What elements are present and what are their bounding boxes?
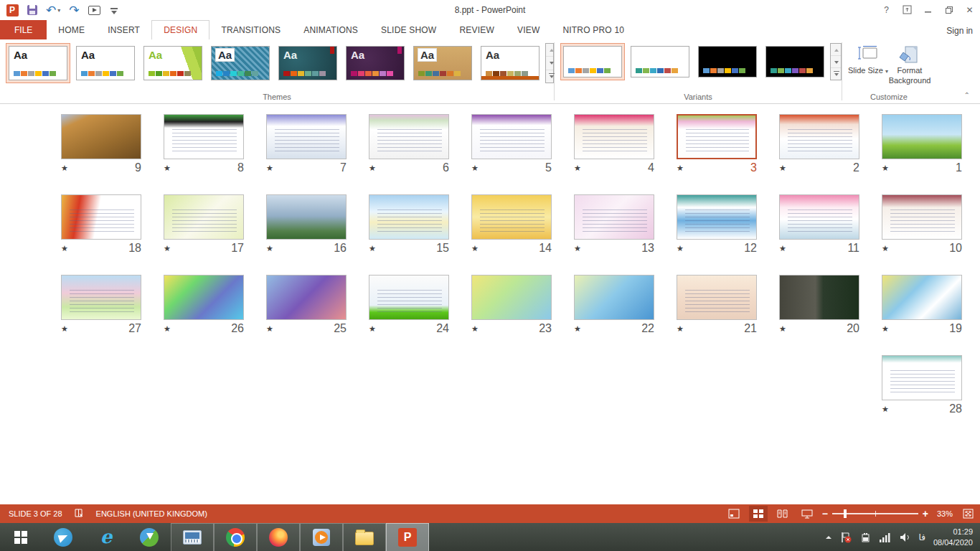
theme-thumbnail[interactable]: Aa xyxy=(343,43,407,83)
slide-thumbnail[interactable] xyxy=(164,114,244,159)
tab-home[interactable]: HOME xyxy=(47,20,96,39)
slide-thumbnail[interactable] xyxy=(574,194,654,240)
zoom-in-button[interactable]: + xyxy=(923,509,928,519)
slide-thumbnail[interactable] xyxy=(574,275,654,320)
slide-thumbnail[interactable] xyxy=(369,194,449,240)
taskbar-chrome[interactable] xyxy=(214,523,257,551)
variant-thumbnail[interactable] xyxy=(763,43,827,80)
taskbar-idm[interactable] xyxy=(128,523,171,551)
taskbar-firefox[interactable] xyxy=(257,523,300,551)
theme-thumbnail[interactable]: Aa xyxy=(208,43,273,83)
slide-thumbnail[interactable] xyxy=(882,275,962,320)
tab-design[interactable]: DESIGN xyxy=(151,20,209,39)
taskbar-ie[interactable] xyxy=(85,523,128,551)
taskbar-media[interactable] xyxy=(300,523,343,551)
spell-check-button[interactable] xyxy=(74,508,85,519)
slide-number: 2 xyxy=(853,161,859,174)
tab-view[interactable]: VIEW xyxy=(506,20,551,39)
variant-thumbnail[interactable] xyxy=(695,43,760,80)
slide-thumbnail[interactable] xyxy=(779,275,859,320)
gallery-scroll-down-button[interactable] xyxy=(546,57,553,70)
tab-insert[interactable]: INSERT xyxy=(96,20,151,39)
tab-transitions[interactable]: TRANSITIONS xyxy=(209,20,292,39)
slide-thumbnail[interactable] xyxy=(266,114,347,159)
gallery-scroll-up-button[interactable] xyxy=(546,44,553,57)
slide-thumbnail[interactable] xyxy=(779,114,859,159)
taskbar-clock[interactable]: 01:29 08/04/2020 xyxy=(933,527,976,548)
reading-view-button[interactable] xyxy=(773,506,792,522)
tab-slide-show[interactable]: SLIDE SHOW xyxy=(369,20,448,39)
slide-thumbnail[interactable] xyxy=(61,275,141,320)
slide-cell: ★18 xyxy=(57,194,159,275)
taskbar-start[interactable] xyxy=(0,523,42,551)
slide-thumbnail[interactable] xyxy=(882,355,962,400)
taskbar-kbd[interactable] xyxy=(171,523,214,551)
slide-thumbnail[interactable] xyxy=(677,114,757,159)
minimize-button[interactable] xyxy=(918,0,938,19)
slide-thumbnail[interactable] xyxy=(574,114,654,159)
zoom-slider-thumb[interactable] xyxy=(844,509,847,518)
language-status[interactable]: ENGLISH (UNITED KINGDOM) xyxy=(96,509,207,518)
variant-thumbnail[interactable] xyxy=(628,43,692,80)
gallery-more-button[interactable] xyxy=(546,70,553,83)
slide-thumbnail[interactable] xyxy=(471,114,552,159)
theme-color-swatches xyxy=(149,71,191,76)
transition-star-icon: ★ xyxy=(882,244,889,253)
tab-animations[interactable]: ANIMATIONS xyxy=(292,20,369,39)
theme-thumbnail[interactable]: Aa xyxy=(73,43,138,83)
slide-thumbnail[interactable] xyxy=(677,194,757,240)
slide-thumbnail[interactable] xyxy=(677,275,757,320)
tray-expand-icon[interactable] xyxy=(825,534,832,540)
restore-button[interactable] xyxy=(938,0,959,19)
slide-thumbnail[interactable] xyxy=(779,194,859,240)
transition-star-icon: ★ xyxy=(677,324,684,334)
volume-icon[interactable] xyxy=(900,532,911,542)
slide-thumbnail[interactable] xyxy=(164,275,244,320)
theme-thumbnail[interactable]: Aa xyxy=(6,43,70,83)
slide-thumbnail[interactable] xyxy=(882,194,962,240)
sign-in-link[interactable]: Sign in xyxy=(946,26,973,36)
theme-aa-sample: Aa xyxy=(14,49,27,61)
taskbar-powerpoint[interactable] xyxy=(386,523,429,551)
tab-file[interactable]: FILE xyxy=(0,20,47,39)
theme-thumbnail[interactable]: Aa xyxy=(478,43,542,83)
tab-review[interactable]: REVIEW xyxy=(448,20,506,39)
format-background-button[interactable]: Format Background xyxy=(889,43,930,86)
slide-thumbnail[interactable] xyxy=(369,114,449,159)
slide-thumbnail[interactable] xyxy=(266,275,347,320)
theme-thumbnail[interactable]: Aa xyxy=(141,43,205,83)
slide-thumbnail[interactable] xyxy=(61,114,141,159)
collapse-ribbon-button[interactable]: ⌃ xyxy=(964,91,970,99)
slide-thumbnail[interactable] xyxy=(882,114,962,159)
slide-thumbnail[interactable] xyxy=(471,194,552,240)
network-signal-icon[interactable] xyxy=(879,533,892,542)
gallery-more-button[interactable] xyxy=(831,68,841,80)
fit-slide-to-window-button[interactable] xyxy=(958,506,977,522)
action-center-flag-icon[interactable] xyxy=(840,532,852,543)
tab-nitro-pro-10[interactable]: NITRO PRO 10 xyxy=(551,20,636,39)
input-language-indicator[interactable]: فا xyxy=(919,532,925,542)
slide-size-button[interactable]: Slide Size ▾ xyxy=(847,43,889,86)
theme-thumbnail[interactable]: Aa xyxy=(410,43,475,83)
gallery-scroll-up-button[interactable] xyxy=(831,44,841,56)
battery-icon[interactable] xyxy=(859,532,871,542)
slide-sorter-view-button[interactable] xyxy=(749,506,768,522)
taskbar-folder[interactable] xyxy=(343,523,386,551)
theme-thumbnail[interactable]: Aa xyxy=(275,43,340,83)
ribbon-display-options-button[interactable] xyxy=(897,0,918,19)
normal-view-button[interactable] xyxy=(725,506,743,522)
zoom-slider[interactable] xyxy=(832,513,918,514)
slide-thumbnail[interactable] xyxy=(61,194,141,240)
close-button[interactable]: ✕ xyxy=(959,0,980,19)
gallery-scroll-down-button[interactable] xyxy=(831,56,841,68)
zoom-percentage[interactable]: 33% xyxy=(934,509,953,518)
zoom-out-button[interactable]: − xyxy=(822,509,828,519)
slide-show-button[interactable] xyxy=(798,506,816,522)
slide-thumbnail[interactable] xyxy=(471,275,552,320)
slide-thumbnail[interactable] xyxy=(369,275,449,320)
help-button[interactable]: ? xyxy=(876,0,897,19)
taskbar-telegram[interactable] xyxy=(42,523,85,551)
slide-thumbnail[interactable] xyxy=(266,194,347,240)
variant-thumbnail[interactable] xyxy=(560,43,625,80)
slide-thumbnail[interactable] xyxy=(164,194,244,240)
